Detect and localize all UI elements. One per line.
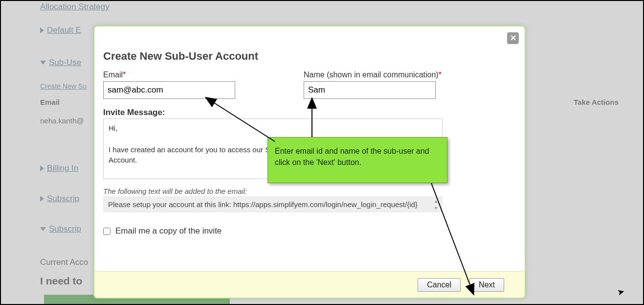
instruction-callout: Enter email id and name of the sub-user …: [267, 137, 447, 183]
modal-title: Create New Sub-User Account: [103, 50, 516, 63]
footnote-text: The following text will be added to the …: [103, 187, 516, 195]
static-link-box: Please setup your account at this link: …: [103, 196, 443, 212]
invite-message-label: Invite Message:: [103, 108, 516, 117]
name-label: Name (shown in email communication)*: [304, 70, 442, 79]
email-copy-checkbox-row[interactable]: Email me a copy of the invite: [103, 226, 516, 236]
email-label: Email*: [103, 70, 235, 79]
cancel-button[interactable]: Cancel: [418, 278, 461, 292]
email-copy-checkbox[interactable]: [103, 228, 111, 235]
close-button[interactable]: ✕: [507, 32, 519, 44]
name-field[interactable]: [304, 81, 436, 99]
email-field[interactable]: [103, 81, 235, 99]
next-button[interactable]: Next: [469, 278, 504, 292]
scroll-hint-icon: ▴▾: [435, 198, 441, 211]
modal-footer: Cancel Next: [94, 271, 525, 298]
close-icon: ✕: [510, 34, 516, 42]
email-copy-label: Email me a copy of the invite: [115, 226, 222, 236]
